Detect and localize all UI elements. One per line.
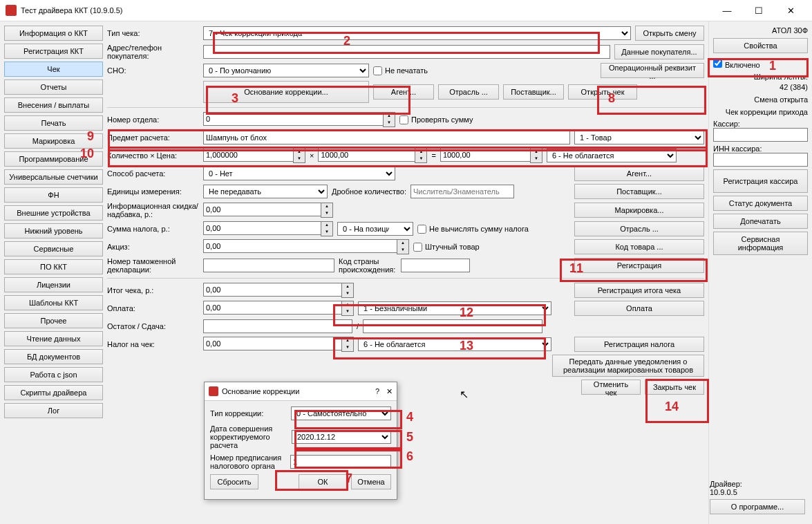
units-select[interactable]: Не передавать: [203, 185, 328, 198]
nav-шаблоны-ккт[interactable]: Шаблоны ККТ: [4, 295, 103, 310]
label-sno: СНО:: [107, 66, 203, 75]
register-tax-button[interactable]: Регистрация налога: [574, 337, 704, 352]
origin-code-input[interactable]: [401, 259, 470, 272]
correction-base-button[interactable]: Основание коррекции...: [203, 81, 369, 103]
supplier2-button[interactable]: Поставщик...: [574, 184, 704, 199]
buyer-addr-input[interactable]: [203, 45, 610, 59]
nav-работа-с-json[interactable]: Работа с json: [4, 367, 103, 382]
nav-чтение-данных[interactable]: Чтение данных: [4, 331, 103, 346]
info-discount-input[interactable]: [203, 203, 321, 216]
qty-input[interactable]: [203, 148, 293, 162]
open-shift-button[interactable]: Открыть смену: [635, 26, 704, 41]
register-button[interactable]: Регистрация: [574, 258, 704, 273]
nav-отчеты[interactable]: Отчеты: [4, 79, 103, 95]
calc-method-select[interactable]: 0 - Нет: [203, 167, 395, 180]
nav-по-ккт[interactable]: ПО ККТ: [4, 259, 103, 274]
nav-информация-о-ккт[interactable]: Информация о ККТ: [4, 26, 103, 41]
nav-скрипты-драйвера[interactable]: Скрипты драйвера: [4, 385, 103, 400]
driver-version: 10.9.0.5: [710, 488, 805, 496]
nav-лог[interactable]: Лог: [4, 403, 103, 418]
product-code-button[interactable]: Код товара ...: [574, 239, 704, 254]
nav-сервисные[interactable]: Сервисные: [4, 241, 103, 256]
rest-input[interactable]: [203, 319, 352, 333]
payment-type-select[interactable]: 1 - Безналичными: [358, 301, 551, 315]
right-panel: АТОЛ 30Ф Свойства Включено Ширина ленты:…: [708, 21, 812, 524]
industry-button[interactable]: Отрасль ...: [438, 84, 499, 100]
total-input[interactable]: [203, 283, 341, 297]
open-cheque-button[interactable]: Открыть чек: [568, 84, 637, 100]
corr-date-select[interactable]: 2020.12.12: [292, 430, 391, 444]
doc-status-button[interactable]: Статус документа: [713, 196, 808, 211]
corr-num-input[interactable]: [290, 455, 391, 469]
label-tax-on-cheque: Налог на чек:: [107, 340, 203, 348]
register-cashier-button[interactable]: Регистрация кассира: [713, 169, 808, 193]
pay-button[interactable]: Оплата: [574, 301, 704, 316]
cashier-input[interactable]: [713, 128, 808, 142]
dialog-reset-button[interactable]: Сбросить: [210, 474, 258, 489]
minimize-button[interactable]: —: [711, 0, 743, 21]
subject-input[interactable]: [203, 131, 570, 144]
corr-type-select[interactable]: 0 - Самостоятельно: [291, 406, 391, 420]
about-button[interactable]: О программе...: [710, 499, 805, 514]
tax-sum-mode-select[interactable]: 0 - На позицию: [337, 222, 413, 236]
tax-rate-select[interactable]: 6 - Не облагается: [547, 149, 677, 162]
buyer-data-button[interactable]: Данные покупателя...: [614, 44, 704, 59]
industry2-button[interactable]: Отрасль ...: [574, 221, 704, 236]
payment-input[interactable]: [203, 301, 341, 315]
tax-on-cheque-type-select[interactable]: 6 - Не облагается: [358, 337, 551, 351]
nav-печать[interactable]: Печать: [4, 115, 103, 131]
close-cheque-button[interactable]: Закрыть чек: [645, 380, 704, 395]
tax-sum-input[interactable]: [203, 221, 321, 235]
cheque-type-select[interactable]: 7 - Чек коррекции прихода: [203, 26, 631, 40]
subject-type-select[interactable]: 1 - Товар: [574, 131, 704, 144]
nav-внесения-/-выплаты[interactable]: Внесения / выплаты: [4, 97, 103, 113]
nav-чек[interactable]: Чек: [4, 62, 103, 77]
nav-прочее[interactable]: Прочее: [4, 313, 103, 328]
supplier-button[interactable]: Поставщик...: [503, 84, 564, 100]
send-mark-notif-button[interactable]: Передать данные уведомления о реализации…: [552, 355, 704, 377]
oper-req-button[interactable]: Операционный реквизит ...: [601, 63, 704, 78]
label-no-print: Не печатать: [385, 66, 428, 75]
cancel-cheque-button[interactable]: Отменить чек: [581, 380, 641, 395]
nav-фн[interactable]: ФН: [4, 187, 103, 203]
nav-регистрация-ккт[interactable]: Регистрация ККТ: [4, 44, 103, 59]
change-input[interactable]: [363, 319, 542, 333]
props-button[interactable]: Свойства: [713, 38, 808, 53]
customs-num-input[interactable]: [203, 259, 334, 272]
close-button[interactable]: ✕: [775, 0, 806, 21]
reprint-button[interactable]: Допечатать: [713, 214, 808, 229]
nav-лицензии[interactable]: Лицензии: [4, 277, 103, 292]
agent-button[interactable]: Агент...: [373, 84, 434, 100]
nav-бд-документов[interactable]: БД документов: [4, 349, 103, 364]
no-print-checkbox[interactable]: [373, 66, 382, 75]
spin-buttons[interactable]: ▲▼: [383, 112, 395, 127]
excise-input[interactable]: [203, 239, 397, 253]
dialog-ok-button[interactable]: ОК: [299, 474, 347, 489]
frac-qty-input[interactable]: [410, 185, 514, 198]
agent2-button[interactable]: Агент...: [574, 166, 704, 181]
nav-универсальные-счетчики[interactable]: Универсальные счетчики: [4, 169, 103, 185]
nav-внешние-устройства[interactable]: Внешние устройства: [4, 205, 103, 221]
sno-select[interactable]: 0 - По умолчанию: [203, 64, 369, 77]
window-title: Тест драйвера ККТ (10.9.0.5): [21, 6, 711, 15]
label-buyer-addr: Адрес/телефон покупателя:: [107, 44, 203, 60]
dialog-close-button[interactable]: ✕: [386, 387, 393, 396]
price-input[interactable]: [318, 148, 415, 162]
cashier-inn-input[interactable]: [713, 153, 808, 167]
corr-cheque-status: Чек коррекции прихода: [713, 107, 808, 117]
piece-goods-checkbox[interactable]: [413, 243, 422, 252]
amount-input[interactable]: [440, 148, 530, 162]
nav-нижний-уровень[interactable]: Нижний уровень: [4, 223, 103, 238]
register-total-button[interactable]: Регистрация итога чека: [574, 283, 704, 298]
dept-num-input[interactable]: [203, 112, 383, 126]
dialog-cancel-button[interactable]: Отмена: [351, 474, 391, 489]
tax-on-cheque-input[interactable]: [203, 337, 341, 350]
service-info-button[interactable]: Сервисная информация: [713, 232, 808, 255]
label-info-discount: Информационная скидка/надбавка, р.:: [107, 202, 203, 218]
maximize-button[interactable]: ☐: [743, 0, 775, 21]
dialog-help-button[interactable]: ?: [375, 387, 379, 395]
check-sum-checkbox[interactable]: [399, 115, 408, 124]
marking-button[interactable]: Маркировка...: [574, 203, 704, 218]
enabled-checkbox[interactable]: [713, 59, 722, 68]
no-calc-tax-checkbox[interactable]: [417, 225, 426, 234]
